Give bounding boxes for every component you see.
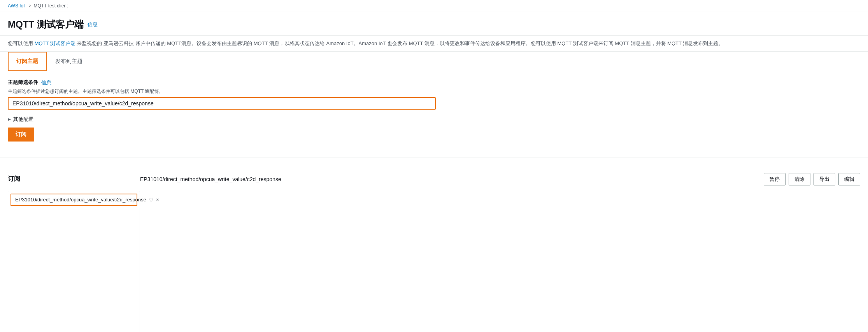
- page-info-link[interactable]: 信息: [88, 21, 98, 28]
- other-config-label: 其他配置: [13, 116, 33, 123]
- chevron-right-icon: ▶: [8, 117, 11, 121]
- subscription-section-title: 订阅: [8, 175, 140, 183]
- tab-subscribe[interactable]: 订阅主题: [8, 52, 47, 71]
- filter-info-link[interactable]: 信息: [41, 79, 51, 86]
- description-mqtt-link[interactable]: MQTT 测试客户端: [35, 40, 75, 46]
- other-config-collapsible[interactable]: ▶ 其他配置: [8, 116, 860, 123]
- subscription-active-topic: EP31010/direct_method/opcua_write_value/…: [140, 176, 764, 182]
- page-title: MQTT 测试客户端: [8, 18, 84, 31]
- subscription-body: EP31010/direct_method/opcua_write_value/…: [8, 191, 860, 332]
- main-content: 订阅主题 发布到主题 主题筛选条件 信息 主题筛选条件描述您想订阅的主题。主题筛…: [0, 52, 868, 332]
- breadcrumb-parent-link[interactable]: AWS IoT: [8, 3, 26, 9]
- subscription-item-text: EP31010/direct_method/opcua_write_value/…: [15, 197, 146, 203]
- message-content: [140, 191, 860, 332]
- breadcrumb: AWS IoT > MQTT test client: [0, 0, 868, 12]
- subscription-section: 订阅 EP31010/direct_method/opcua_write_val…: [0, 165, 868, 332]
- breadcrumb-separator: >: [29, 3, 32, 9]
- description-text-suffix: 来监视您的 亚马逊云科技 账户中传递的 MQTT消息。设备会发布由主题标识的 M…: [77, 40, 723, 46]
- subscription-actions: 暂停 清除 导出 编辑: [764, 173, 860, 185]
- page-description: 您可以使用 MQTT 测试客户端 来监视您的 亚马逊云科技 账户中传递的 MQT…: [0, 36, 868, 52]
- breadcrumb-current: MQTT test client: [34, 3, 68, 9]
- filter-section: 主题筛选条件 信息 主题筛选条件描述您想订阅的主题。主题筛选条件可以包括 MQT…: [8, 79, 860, 110]
- list-item[interactable]: EP31010/direct_method/opcua_write_value/…: [11, 194, 137, 206]
- page-header: MQTT 测试客户端 信息: [0, 12, 868, 36]
- clear-button[interactable]: 清除: [789, 173, 810, 185]
- tabs-container: 订阅主题 发布到主题: [0, 52, 868, 71]
- export-button[interactable]: 导出: [814, 173, 835, 185]
- filter-hint: 主题筛选条件描述您想订阅的主题。主题筛选条件可以包括 MQTT 通配符。: [8, 88, 860, 95]
- subscribe-button[interactable]: 订阅: [8, 128, 34, 142]
- subscription-header: 订阅 EP31010/direct_method/opcua_write_val…: [8, 173, 860, 185]
- subscription-list: EP31010/direct_method/opcua_write_value/…: [8, 191, 140, 332]
- topic-filter-input[interactable]: [8, 97, 436, 110]
- description-text-prefix: 您可以使用: [8, 40, 35, 46]
- pause-button[interactable]: 暂停: [764, 173, 786, 185]
- edit-button[interactable]: 编辑: [838, 173, 860, 185]
- subscribe-tab-content: 主题筛选条件 信息 主题筛选条件描述您想订阅的主题。主题筛选条件可以包括 MQT…: [0, 71, 868, 149]
- tab-publish[interactable]: 发布到主题: [47, 52, 91, 71]
- filter-label-row: 主题筛选条件 信息: [8, 79, 860, 87]
- section-divider: [0, 157, 868, 157]
- message-area-wrapper: • • •: [140, 191, 860, 332]
- filter-label: 主题筛选条件: [8, 79, 38, 86]
